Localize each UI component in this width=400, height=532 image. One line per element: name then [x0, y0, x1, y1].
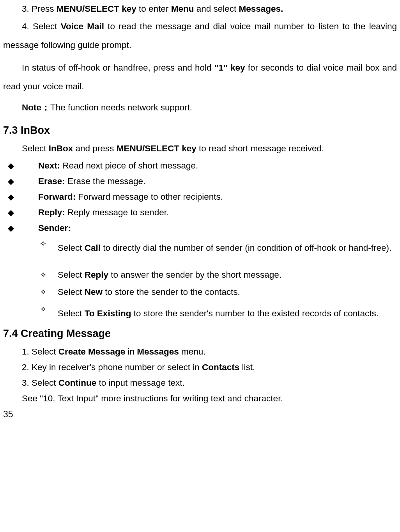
diamond-filled-icon: ◆ — [3, 207, 38, 218]
diamond-outline-icon: ✧ — [3, 239, 58, 249]
sender-to-existing: ✧ Select To Existing to store the sender… — [3, 304, 397, 323]
text: 2. Key in receiver's phone number or sel… — [22, 362, 202, 372]
hold-key-instruction: In status of off-hook or handfree, press… — [3, 59, 397, 96]
bold-text: Contacts — [202, 362, 239, 372]
bold-text: Call — [85, 243, 101, 253]
option-label: Forward: — [38, 192, 78, 202]
diamond-outline-icon: ✧ — [3, 287, 58, 297]
note-label: Note： — [22, 103, 50, 112]
text: to directly dial the number of sender (i… — [101, 243, 391, 253]
text: to store the sender to the contacts. — [103, 287, 240, 297]
option-text: Erase the message. — [67, 176, 145, 186]
inbox-select-line: Select InBox and press MENU/SELECT key t… — [3, 144, 397, 154]
text: 3. Press — [22, 4, 57, 14]
diamond-outline-icon: ✧ — [3, 304, 58, 314]
diamond-filled-icon: ◆ — [3, 192, 38, 202]
text: 3. Select — [22, 378, 58, 388]
text: Select — [22, 144, 49, 153]
create-step-2: 2. Key in receiver's phone number or sel… — [3, 362, 397, 372]
create-step-3: 3. Select Continue to input message text… — [3, 378, 397, 388]
text: to answer the sender by the short messag… — [108, 270, 281, 280]
option-text: Reply message to sender. — [67, 207, 169, 217]
heading-7-4: 7.4 Creating Message — [3, 328, 397, 340]
sender-reply: ✧ Select Reply to answer the sender by t… — [3, 270, 397, 280]
option-reply: ◆ Reply: Reply message to sender. — [3, 207, 397, 218]
text: and select — [194, 4, 239, 14]
bold-text: MENU/SELECT key — [117, 144, 196, 153]
text: 4. Select — [22, 21, 61, 31]
bold-text: Continue — [58, 378, 96, 388]
bold-text: To Existing — [85, 309, 131, 318]
text: 1. Select — [22, 347, 58, 356]
option-label: Next: — [38, 161, 63, 170]
text: menu. — [179, 347, 206, 356]
option-text: Forward message to other recipients. — [78, 192, 223, 202]
sender-options: ✧ Select Call to directly dial the numbe… — [3, 239, 397, 323]
sender-new: ✧ Select New to store the sender to the … — [3, 287, 397, 297]
option-erase: ◆ Erase: Erase the message. — [3, 176, 397, 186]
step-3: 3. Press MENU/SELECT key to enter Menu a… — [3, 4, 397, 14]
text: Select — [58, 243, 85, 253]
text: to store the sender's number to the exis… — [131, 309, 379, 318]
note: Note：The function needs network support. — [3, 101, 397, 113]
option-label: Sender: — [38, 223, 71, 233]
text: list. — [239, 362, 255, 372]
bold-text: New — [85, 287, 103, 297]
diamond-filled-icon: ◆ — [3, 176, 38, 186]
option-label: Erase: — [38, 176, 67, 186]
bold-text: Voice Mail — [61, 21, 104, 31]
option-label: Reply: — [38, 207, 67, 217]
page-number: 35 — [3, 409, 397, 420]
diamond-filled-icon: ◆ — [3, 161, 38, 171]
see-ref: See "10. Text Input" more instructions f… — [3, 394, 397, 404]
option-next: ◆ Next: Read next piece of short message… — [3, 161, 397, 171]
bold-text: Messages — [137, 347, 179, 356]
bold-text: Menu — [171, 4, 194, 14]
step-4: 4. Select Voice Mail to read the message… — [3, 17, 397, 55]
text: Select — [58, 287, 85, 297]
inbox-options: ◆ Next: Read next piece of short message… — [3, 161, 397, 233]
text: to enter — [136, 4, 171, 14]
option-forward: ◆ Forward: Forward message to other reci… — [3, 192, 397, 202]
text: Select — [58, 309, 85, 318]
text: in — [125, 347, 137, 356]
bold-text: Create Message — [58, 347, 125, 356]
note-text: The function needs network support. — [50, 103, 192, 112]
bold-text: MENU/SELECT key — [57, 4, 136, 14]
option-sender: ◆ Sender: — [3, 223, 397, 233]
creating-message-steps: 1. Select Create Message in Messages men… — [3, 347, 397, 404]
diamond-outline-icon: ✧ — [3, 270, 58, 280]
heading-7-3: 7.3 InBox — [3, 124, 397, 137]
text: to input message text. — [96, 378, 184, 388]
bold-text: Messages. — [239, 4, 283, 14]
bold-text: "1" key — [214, 63, 245, 73]
text: In status of off-hook or handfree, press… — [22, 63, 214, 73]
text: and press — [73, 144, 116, 153]
bold-text: Reply — [85, 270, 108, 280]
diamond-filled-icon: ◆ — [3, 223, 38, 233]
create-step-1: 1. Select Create Message in Messages men… — [3, 347, 397, 357]
text: to read short message received. — [196, 144, 324, 153]
option-text: Read next piece of short message. — [63, 161, 198, 170]
text: Select — [58, 270, 85, 280]
bold-text: InBox — [49, 144, 73, 153]
sender-call: ✧ Select Call to directly dial the numbe… — [3, 239, 397, 257]
